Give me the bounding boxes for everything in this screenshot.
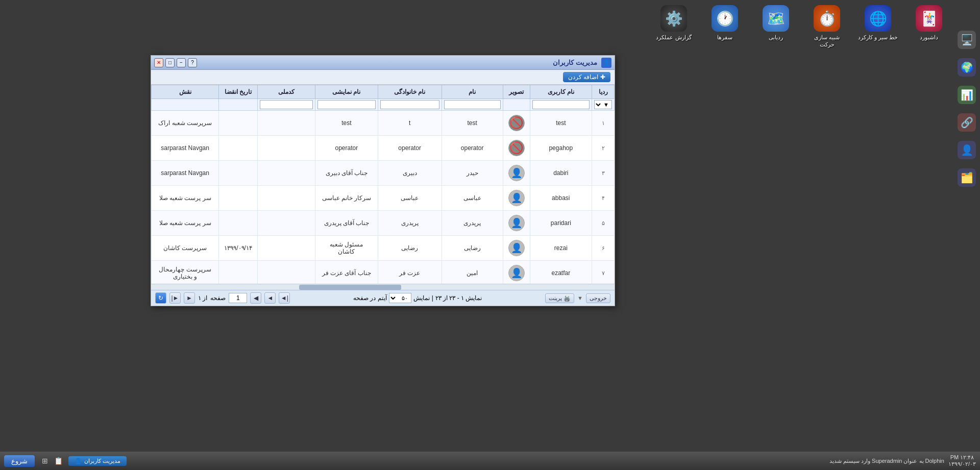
table-row[interactable]: ۴ abbasi 👤 عباسی عباسی سرکار خانم عباسی …	[152, 186, 615, 211]
filter-family-input[interactable]	[380, 100, 439, 109]
col-name: نام	[442, 85, 503, 99]
cell-username: test	[530, 111, 592, 136]
cell-photo: 👤	[503, 186, 530, 211]
maximize-button[interactable]: □	[165, 58, 175, 67]
side-icon-3[interactable]: 📊	[958, 86, 976, 104]
route-label: خط سیر و کارکرد	[858, 34, 898, 41]
add-button[interactable]: ✚ اضافه کردن	[563, 72, 610, 82]
per-page-select[interactable]: ۵۰ ۲۵ ۱۰۰	[389, 293, 411, 303]
filter-code-input[interactable]	[260, 100, 313, 109]
cell-name: operator	[442, 136, 503, 161]
cell-expire	[219, 211, 258, 236]
cell-photo: 👤	[503, 236, 530, 261]
cell-expire	[219, 261, 258, 284]
items-label: آیتم در صفحه	[353, 294, 387, 302]
cell-display: test	[315, 111, 378, 136]
next-page-button-2[interactable]: ►|	[169, 292, 181, 304]
print-button[interactable]: 🖨️ پرینت	[545, 293, 574, 303]
footer-right: |◄ ◄ ◀ 1 صفحه از ۱ ► ►| ↻	[155, 292, 290, 304]
start-button[interactable]: شروع	[4, 455, 35, 467]
cell-code	[257, 261, 315, 284]
table-row[interactable]: ۵ paridari 👤 پریدری پریدری جناب آقای پری…	[152, 211, 615, 236]
cell-display: جناب آقای پریدری	[315, 211, 378, 236]
cell-photo: 👤	[503, 261, 530, 284]
clock-time: PM ۱۲:۴۸	[948, 454, 976, 461]
side-icon-2[interactable]: 🌍	[958, 58, 976, 77]
cell-expire	[219, 136, 258, 161]
simulate-label: شبیه سازی حرکت	[806, 34, 847, 48]
dashboard-icon: 🃏	[916, 5, 942, 32]
cell-display: سرکار خانم عباسی	[315, 186, 378, 211]
cell-name: test	[442, 111, 503, 136]
page-label: صفحه	[210, 294, 226, 302]
main-window: ✕ □ − ? مدیریت کاربران 👤 ✚ اضافه کردن رد…	[151, 55, 615, 306]
report-label: گزارش عملکرد	[656, 34, 691, 41]
cell-photo: 👤	[503, 211, 530, 236]
prev-page-button[interactable]: ◄	[264, 292, 276, 304]
desktop-icon-report[interactable]: ⚙️ گزارش عملکرد	[653, 5, 694, 41]
table-container[interactable]: ردیا نام کاربری تصویر نام نام خانوادگی ن…	[151, 85, 615, 284]
table-row[interactable]: ۷ ezatfar 👤 امین عزت فر جناب آقای عزت فر…	[152, 261, 615, 284]
side-icon-4[interactable]: 🔗	[958, 113, 976, 132]
refresh-button[interactable]: ↻	[155, 292, 166, 304]
filter-rownum: ▼	[592, 99, 615, 111]
table-body: ۱ test 🚫 test t test سرپرست شعبه اراک ۲ …	[152, 111, 615, 284]
table-filter-row: ▼	[152, 99, 615, 111]
help-button[interactable]: ?	[188, 58, 197, 67]
side-icons: 🖥️ 🌍 📊 🔗 👤 🗂️	[958, 31, 976, 187]
table-row[interactable]: ۳ dabiri 👤 حیدر دبیری جناب آقای دبیری sa…	[152, 161, 615, 186]
taskbar-right: Dolphin به عنوان Superadmin وارد سیستم ش…	[829, 454, 976, 467]
cell-role: سرپرست کاشان	[152, 236, 219, 261]
separator: |	[432, 294, 433, 302]
first-page-button[interactable]: |◄	[279, 292, 290, 304]
desktop-icon-tracking[interactable]: 🗺️ ردیابی	[755, 5, 796, 41]
cell-family: رضایی	[378, 236, 442, 261]
page-input[interactable]: 1	[229, 293, 247, 303]
desktop-icon-simulate[interactable]: ⏱️ شبیه سازی حرکت	[806, 5, 847, 48]
cell-family: پریدری	[378, 211, 442, 236]
title-bar: ✕ □ − ? مدیریت کاربران 👤	[151, 56, 615, 70]
side-icon-1[interactable]: 🖥️	[958, 31, 976, 49]
cell-role: sarparast Navgan	[152, 161, 219, 186]
status-text: Dolphin به عنوان Superadmin وارد سیستم ش…	[829, 458, 944, 464]
col-rownum: ردیا	[592, 85, 615, 99]
tracking-icon: 🗺️	[763, 5, 789, 32]
simulate-icon: ⏱️	[814, 5, 840, 32]
filter-name	[442, 99, 503, 111]
filter-display	[315, 99, 378, 111]
col-expire: تاریخ انقضا	[219, 85, 258, 99]
table-row[interactable]: ۱ test 🚫 test t test سرپرست شعبه اراک	[152, 111, 615, 136]
taskbar-clock: PM ۱۲:۴۸ ۱۳۹۹/۰۲/۰۳	[948, 454, 976, 467]
col-family: نام خانوادگی	[378, 85, 442, 99]
side-icon-5[interactable]: 👤	[958, 141, 976, 159]
filter-name-input[interactable]	[444, 100, 501, 109]
filter-username-input[interactable]	[532, 100, 590, 109]
horizontal-scrollbar[interactable]	[151, 284, 615, 290]
footer-center: نمایش ۱ - ۲۳ از ۲۳ | نمایش ۵۰ ۲۵ ۱۰۰ آیت…	[353, 293, 482, 303]
cell-expire	[219, 111, 258, 136]
filter-display-input[interactable]	[317, 100, 376, 109]
cell-role: سر پرست شعبه صلا	[152, 211, 219, 236]
table-row[interactable]: ۶ rezai 👤 رضایی رضایی مسئول شعبه کاشان ۱…	[152, 236, 615, 261]
col-code: کدملی	[257, 85, 315, 99]
desktop-icon-trips[interactable]: 🕐 سفرها	[704, 5, 745, 41]
desktop-icon-dashboard[interactable]: 🃏 داشبورد	[909, 5, 949, 41]
cell-username: ezatfar	[530, 261, 592, 284]
arrow-icon: ▼	[577, 295, 583, 301]
taskbar: شروع ⊞ 📋 👤 مدیریت کاربران Dolphin به عنو…	[0, 452, 980, 470]
cell-code	[257, 186, 315, 211]
taskbar-window-button[interactable]: 👤 مدیریت کاربران	[68, 456, 127, 466]
taskbar-left: شروع ⊞ 📋 👤 مدیریت کاربران	[4, 455, 127, 467]
print-icon: 🖨️	[564, 295, 571, 301]
close-button[interactable]: ✕	[154, 58, 163, 67]
table-row[interactable]: ۲ pegahop 🚫 operator operator operator s…	[152, 136, 615, 161]
cell-code	[257, 236, 315, 261]
filter-dropdown[interactable]: ▼	[594, 100, 612, 109]
next-page-button[interactable]: ►	[184, 292, 195, 304]
exit-button[interactable]: خروجی	[586, 293, 610, 303]
prev-page-button-2[interactable]: ◀	[250, 292, 261, 304]
toolbar: ✚ اضافه کردن	[151, 70, 615, 85]
side-icon-6[interactable]: 🗂️	[958, 168, 976, 187]
minimize-button[interactable]: −	[177, 58, 186, 67]
desktop-icon-route[interactable]: 🌐 خط سیر و کارکرد	[857, 5, 898, 41]
